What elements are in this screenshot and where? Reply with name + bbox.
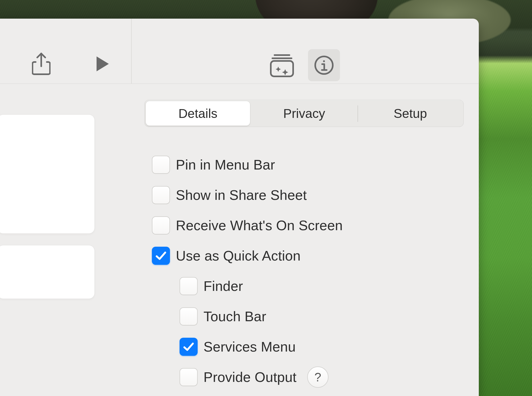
option-quick-action: Use as Quick Action	[144, 241, 466, 271]
option-label: Use as Quick Action	[176, 248, 301, 264]
option-label: Pin in Menu Bar	[176, 157, 275, 173]
check-icon	[155, 220, 167, 231]
check-icon	[183, 371, 194, 383]
sidebar-preview-card[interactable]	[0, 114, 95, 234]
check-icon	[155, 250, 167, 262]
checkbox-provide-output[interactable]	[180, 368, 198, 386]
inspector-main: Details Privacy Setup Pin in Menu Bar	[131, 84, 479, 396]
option-label: Finder	[203, 278, 243, 294]
checkbox-receive-screen[interactable]	[152, 216, 170, 234]
tab-label: Privacy	[283, 106, 325, 121]
info-icon	[313, 55, 335, 76]
option-receive-screen: Receive What's On Screen	[144, 210, 466, 241]
tab-setup[interactable]: Setup	[357, 100, 463, 127]
help-button[interactable]: ?	[307, 366, 329, 388]
help-label: ?	[314, 370, 321, 384]
inspector-tabs: Details Privacy Setup	[144, 100, 464, 127]
inspector-window: Details Privacy Setup Pin in Menu Bar	[0, 19, 479, 396]
checkbox-pin-menu-bar[interactable]	[152, 156, 170, 174]
checkbox-services-menu[interactable]	[180, 338, 198, 356]
option-share-sheet: Show in Share Sheet	[144, 180, 466, 210]
check-icon	[183, 311, 194, 322]
play-button[interactable]	[88, 49, 117, 79]
checkbox-touch-bar[interactable]	[180, 307, 198, 325]
details-options: Pin in Menu Bar Show in Share Sheet Rece…	[144, 150, 466, 392]
check-icon	[183, 341, 194, 353]
info-button[interactable]	[308, 49, 340, 81]
tab-label: Setup	[394, 106, 427, 121]
check-icon	[155, 189, 167, 201]
checkbox-finder[interactable]	[180, 277, 198, 295]
check-icon	[155, 159, 167, 171]
check-icon	[183, 280, 194, 292]
tab-details[interactable]: Details	[146, 101, 250, 126]
option-services-menu: Services Menu	[144, 332, 466, 362]
play-icon	[95, 55, 110, 72]
gallery-stack-button[interactable]	[266, 49, 298, 81]
option-label: Touch Bar	[203, 308, 266, 324]
sidebar-preview-card[interactable]	[0, 245, 95, 299]
sidebar	[0, 84, 131, 396]
option-label: Provide Output	[203, 369, 297, 385]
toolbar	[0, 19, 479, 84]
tab-label: Details	[178, 106, 218, 121]
tab-privacy[interactable]: Privacy	[251, 100, 357, 127]
option-touch-bar: Touch Bar	[144, 301, 466, 332]
svg-point-4	[323, 60, 325, 62]
option-label: Receive What's On Screen	[176, 217, 343, 233]
option-label: Show in Share Sheet	[176, 187, 307, 203]
toolbar-divider	[131, 19, 132, 84]
share-button[interactable]	[27, 49, 56, 79]
checkbox-share-sheet[interactable]	[152, 186, 170, 204]
option-pin-menu-bar: Pin in Menu Bar	[144, 150, 466, 180]
option-provide-output: Provide Output ?	[144, 362, 466, 392]
checkbox-quick-action[interactable]	[152, 247, 170, 265]
option-finder: Finder	[144, 271, 466, 301]
option-label: Services Menu	[203, 339, 296, 355]
svg-rect-2	[271, 61, 293, 76]
share-icon	[32, 52, 51, 75]
stack-sparkle-icon	[270, 53, 294, 77]
